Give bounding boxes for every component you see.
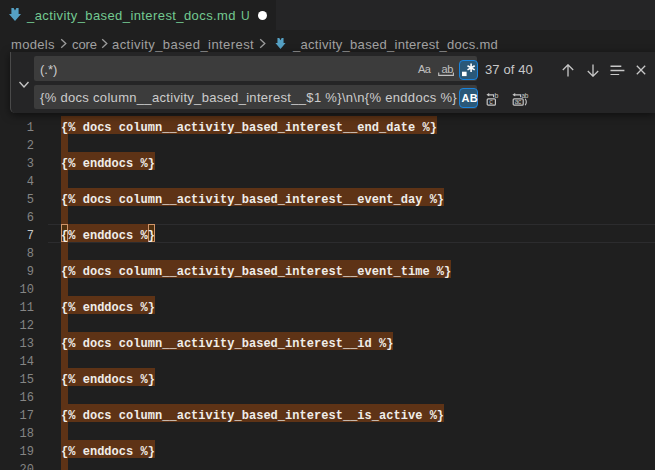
svg-text:c: c — [489, 98, 493, 105]
svg-text:ab: ab — [522, 92, 529, 99]
svg-text:b: b — [495, 92, 499, 99]
